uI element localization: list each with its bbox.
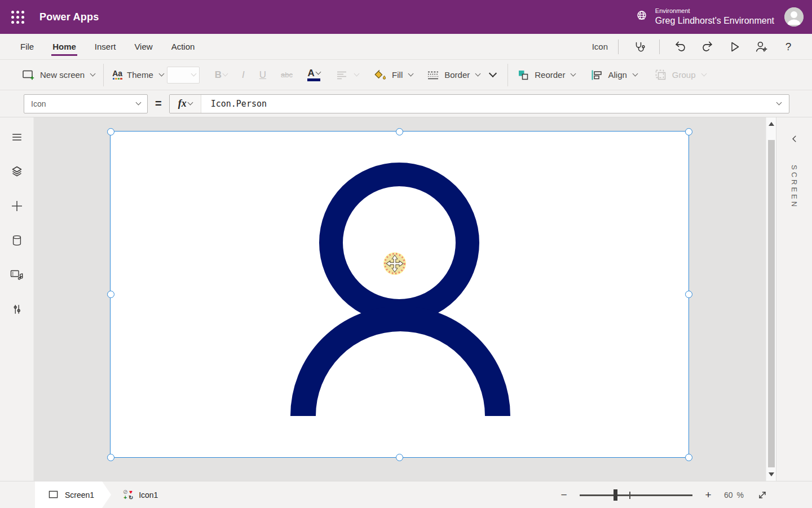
- fill-button[interactable]: Fill: [374, 68, 413, 82]
- icon-control-glyph: ⊘♥+↻: [122, 489, 134, 501]
- expand-icon: [757, 489, 768, 501]
- zoom-slider-thumb[interactable]: [614, 489, 617, 501]
- chevron-down-icon: [136, 100, 142, 106]
- zoom-out-button[interactable]: −: [558, 489, 570, 501]
- border-style-icon: [426, 68, 440, 82]
- redo-button[interactable]: [696, 36, 718, 58]
- environment-name: Greg Lindhorst's Environment: [655, 15, 774, 27]
- header-right: Environment Greg Lindhorst's Environment: [635, 7, 812, 27]
- zoom-controls: − + 60 %: [558, 489, 768, 501]
- fx-button[interactable]: fx: [170, 95, 201, 113]
- expand-panel-button[interactable]: [787, 131, 802, 147]
- screen-artboard[interactable]: [111, 132, 689, 457]
- chevron-down-icon: [701, 71, 707, 77]
- new-screen-button[interactable]: New screen: [21, 68, 95, 82]
- waffle-icon: [11, 11, 24, 24]
- chevron-down-icon: [223, 71, 228, 77]
- rail-data-button[interactable]: [10, 233, 24, 248]
- selection-handle-middle-left[interactable]: [107, 291, 114, 298]
- selection-handle-top-left[interactable]: [107, 128, 114, 135]
- screen-panel-label[interactable]: SCREEN: [790, 165, 798, 209]
- rail-screens-button[interactable]: [10, 164, 24, 179]
- menu-bar: File Home Insert View Action Icon: [0, 34, 812, 60]
- person-add-icon: [754, 40, 769, 54]
- selection-handle-middle-right[interactable]: [685, 291, 692, 298]
- new-screen-icon: [21, 68, 36, 82]
- person-icon-control[interactable]: [111, 132, 689, 457]
- scroll-up-icon[interactable]: [769, 122, 774, 126]
- chevron-down-icon: [158, 71, 164, 77]
- preview-play-button[interactable]: [723, 36, 745, 58]
- database-icon: [11, 234, 23, 247]
- scroll-down-icon[interactable]: [769, 472, 774, 476]
- chevron-down-icon: [571, 71, 576, 77]
- canvas-scrollbar[interactable]: [766, 117, 776, 481]
- chevron-down-icon: [191, 71, 196, 77]
- environment-picker[interactable]: Environment Greg Lindhorst's Environment: [635, 7, 774, 27]
- chevron-down-icon: [187, 100, 193, 106]
- screen-icon: [48, 490, 59, 500]
- rail-menu-button[interactable]: [10, 130, 24, 144]
- menu-home[interactable]: Home: [52, 34, 76, 59]
- breadcrumb-icon-tab[interactable]: ⊘♥+↻ Icon1: [122, 489, 158, 501]
- chevron-down-icon: [90, 71, 96, 77]
- menu-action[interactable]: Action: [171, 34, 195, 59]
- environment-label: Environment: [655, 7, 774, 15]
- chevron-down-icon: [776, 100, 782, 106]
- divider: [103, 64, 104, 86]
- help-icon: ?: [785, 41, 792, 53]
- scrollbar-thumb[interactable]: [768, 140, 775, 467]
- redo-icon: [700, 40, 714, 54]
- breadcrumb-screen-tab[interactable]: Screen1: [35, 481, 111, 508]
- divider: [508, 64, 508, 86]
- zoom-readout: 60 %: [724, 491, 744, 500]
- equals-sign: =: [155, 97, 162, 110]
- status-bar: Screen1 ⊘♥+↻ Icon1 − + 60 %: [0, 481, 812, 508]
- zoom-slider[interactable]: [580, 489, 692, 501]
- rail-advanced-tools-button[interactable]: [10, 302, 24, 317]
- selection-handle-top-right[interactable]: [685, 128, 692, 135]
- right-panel-collapsed[interactable]: SCREEN: [776, 117, 812, 481]
- property-select[interactable]: Icon: [24, 94, 148, 113]
- layers-icon: [10, 165, 24, 178]
- menu-insert[interactable]: Insert: [95, 34, 116, 59]
- waffle-menu-button[interactable]: [0, 0, 35, 34]
- formula-expand-button[interactable]: [767, 103, 789, 104]
- fit-to-window-button[interactable]: [757, 489, 768, 501]
- menu-file[interactable]: File: [20, 34, 34, 59]
- formula-input[interactable]: Icon.Person: [201, 99, 767, 109]
- border-button[interactable]: Border: [426, 68, 480, 82]
- avatar[interactable]: [784, 7, 804, 27]
- help-button[interactable]: ?: [778, 36, 799, 58]
- zoom-slider-track: [580, 494, 692, 496]
- zoom-in-button[interactable]: +: [702, 489, 714, 501]
- divider: [659, 40, 660, 54]
- font-color-button[interactable]: A: [307, 69, 320, 81]
- chevron-left-icon: [789, 134, 800, 144]
- selection-handle-top-middle[interactable]: [396, 128, 403, 135]
- reorder-button[interactable]: Reorder: [517, 68, 575, 82]
- left-rail: [0, 117, 34, 481]
- align-text-icon: [335, 68, 348, 82]
- selection-handle-bottom-left[interactable]: [107, 454, 114, 461]
- more-formatting-button[interactable]: [489, 69, 497, 77]
- theme-button[interactable]: Aa Theme: [112, 70, 164, 80]
- selection-handle-bottom-middle[interactable]: [396, 454, 403, 461]
- menu-view[interactable]: View: [134, 34, 152, 59]
- rail-media-button[interactable]: [10, 268, 24, 282]
- rail-insert-button[interactable]: [10, 199, 24, 213]
- chevron-down-icon: [632, 71, 638, 77]
- selection-handle-bottom-right[interactable]: [685, 454, 692, 461]
- app-checker-button[interactable]: [628, 36, 650, 58]
- app-header: Power Apps Environment Greg Lindhorst's …: [0, 0, 812, 34]
- undo-button[interactable]: [669, 36, 691, 58]
- align-icon: [590, 68, 603, 82]
- chevron-down-icon: [408, 71, 414, 77]
- text-align-button: [335, 68, 359, 82]
- zoom-percent-sign: %: [737, 491, 744, 500]
- chevron-down-icon: [475, 71, 481, 77]
- play-icon: [727, 40, 741, 54]
- theme-aa-icon: Aa: [112, 70, 122, 80]
- share-button[interactable]: [751, 36, 772, 58]
- align-button[interactable]: Align: [590, 68, 637, 82]
